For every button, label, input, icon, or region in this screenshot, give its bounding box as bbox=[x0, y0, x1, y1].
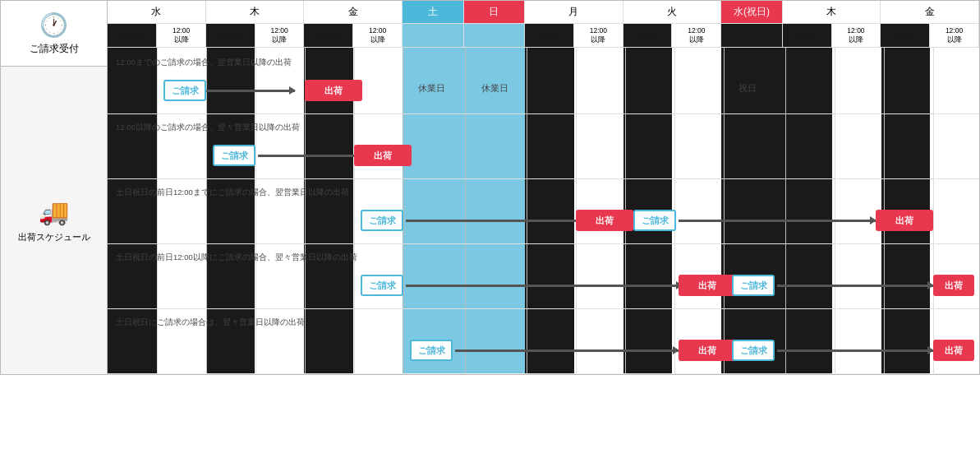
day-mon: 月 bbox=[525, 1, 623, 24]
time-mon-pm: 12:00以降 bbox=[573, 24, 623, 48]
truck-icon: 🚚 bbox=[39, 197, 69, 226]
day-tue: 火 bbox=[623, 1, 720, 24]
clock-icon: 🕐 bbox=[39, 12, 68, 39]
scenario-4-arrow2 bbox=[777, 285, 933, 287]
scenario-2-text: 12:00以降のご請求の場合、翌々営業日以降の出荷 bbox=[108, 123, 979, 137]
time-fri2-am: 午前中 bbox=[881, 24, 930, 48]
scenario-4-request1: ご請求 bbox=[361, 275, 403, 296]
scenario-3-request1: ご請求 bbox=[361, 210, 403, 231]
time-fri2-pm: 12:00以降 bbox=[930, 24, 979, 48]
right-panel: 水 木 金 土 日 月 火 水(祝日) 木 bbox=[108, 1, 979, 374]
scenario-5: 土日祝日にご請求の場合は、翌々営業日以降の出荷 ご請求 出荷 ご請求 bbox=[108, 309, 979, 374]
scenario-3-arrow1 bbox=[406, 220, 585, 222]
scenario-1-text: 12:00までのご請求の場合、翌営業日以降の出荷 bbox=[108, 58, 979, 72]
scenario-3-visual: ご請求 出荷 ご請求 出荷 bbox=[108, 207, 979, 237]
day-wed1: 水 bbox=[108, 1, 205, 24]
scenario-5-arrow1 bbox=[455, 349, 679, 352]
scenario-3-request2: ご請求 bbox=[633, 210, 676, 231]
time-wed1-am: 午前中 bbox=[108, 24, 157, 48]
time-mon-am: 午前中 bbox=[525, 24, 574, 48]
scenario-2-ship: 出荷 bbox=[354, 145, 412, 166]
scenario-5-visual: ご請求 出荷 ご請求 出荷 bbox=[108, 337, 979, 367]
day-fri2: 金 bbox=[881, 1, 979, 24]
shipping-label: 出荷スケジュール bbox=[18, 231, 90, 243]
scenario-4-arrow1 bbox=[406, 285, 682, 287]
scenario-3-arrow2 bbox=[679, 220, 876, 222]
scenario-4-request2: ご請求 bbox=[732, 275, 775, 296]
scenario-4-ship1: 出荷 bbox=[679, 275, 736, 296]
scenario-5-ship2: 出荷 bbox=[933, 340, 974, 361]
closed-sun-label: 休業日 bbox=[481, 82, 508, 95]
day-thu1: 木 bbox=[205, 1, 303, 24]
scenario-2: 12:00以降のご請求の場合、翌々営業日以降の出荷 ご請求 出荷 bbox=[108, 114, 979, 179]
scenario-5-arrow2 bbox=[777, 349, 933, 352]
time-thu2-am: 午前中 bbox=[782, 24, 831, 48]
scenario-5-request1: ご請求 bbox=[410, 340, 453, 361]
left-panel: 🕐 ご請求受付 🚚 出荷スケジュール bbox=[1, 1, 108, 374]
scenario-4-ship2: 出荷 bbox=[933, 275, 974, 296]
reception-label: ご請求受付 bbox=[30, 42, 79, 56]
time-thu2-pm: 12:00以降 bbox=[831, 24, 881, 48]
shipping-header: 🚚 出荷スケジュール bbox=[1, 67, 107, 374]
scenario-3-ship1: 出荷 bbox=[576, 210, 633, 231]
main-container: 🕐 ご請求受付 🚚 出荷スケジュール 水 木 金 土 bbox=[0, 0, 980, 375]
time-tue-am: 午前中 bbox=[623, 24, 672, 48]
time-sun bbox=[463, 24, 525, 48]
scenario-5-ship1: 出荷 bbox=[679, 340, 736, 361]
scenario-4: 土日祝日の前日12:00以降にご請求の場合、翌々営業日以降の出荷 ご請求 出荷 bbox=[108, 244, 979, 309]
header-table: 水 木 金 土 日 月 火 水(祝日) 木 bbox=[108, 1, 979, 48]
scenario-2-visual: ご請求 出荷 bbox=[108, 142, 979, 172]
scenario-5-request2: ご請求 bbox=[732, 340, 775, 361]
scenario-3: 土日祝日の前日12:00までにご請求の場合、翌営業日以降の出荷 ご請求 出荷 bbox=[108, 179, 979, 244]
closed-sat-label: 休業日 bbox=[418, 82, 445, 95]
time-thu1-am: 午前中 bbox=[205, 24, 255, 48]
holiday-label: 祝日 bbox=[738, 82, 757, 95]
scenario-5-text: 土日祝日にご請求の場合は、翌々営業日以降の出荷 bbox=[108, 317, 979, 332]
scenario-1-visual: ご請求 出荷 休業日 休業日 bbox=[108, 77, 979, 107]
scenario-1: 12:00までのご請求の場合、翌営業日以降の出荷 ご請求 出荷 休業日 bbox=[108, 48, 979, 114]
time-fri1-am: 午前中 bbox=[304, 24, 353, 48]
scenario-1-request: ご請求 bbox=[163, 80, 206, 101]
day-sun: 日 bbox=[463, 1, 525, 24]
day-fri1: 金 bbox=[304, 1, 402, 24]
day-name-row: 水 木 金 土 日 月 火 水(祝日) 木 bbox=[108, 1, 979, 24]
scenario-1-ship: 出荷 bbox=[305, 80, 362, 101]
schedule-area: 12:00までのご請求の場合、翌営業日以降の出荷 ご請求 出荷 休業日 bbox=[108, 48, 979, 374]
day-thu2: 木 bbox=[782, 1, 880, 24]
scenario-3-text: 土日祝日の前日12:00までにご請求の場合、翌営業日以降の出荷 bbox=[108, 187, 979, 202]
scenario-1-arrow bbox=[206, 90, 295, 92]
time-fri1-pm: 12:00以降 bbox=[353, 24, 403, 48]
scenario-4-visual: ご請求 出荷 ご請求 出荷 bbox=[108, 272, 979, 302]
time-row: 午前中 12:00以降 午前中 12:00以降 午前中 12:00以降 午前中 … bbox=[108, 24, 979, 48]
scenario-4-text: 土日祝日の前日12:00以降にご請求の場合、翌々営業日以降の出荷 bbox=[108, 252, 979, 267]
time-wed-hol bbox=[721, 24, 783, 48]
scenario-3-ship2: 出荷 bbox=[876, 210, 933, 231]
day-sat: 土 bbox=[402, 1, 463, 24]
time-sat bbox=[402, 24, 463, 48]
scenario-2-request: ご請求 bbox=[213, 145, 255, 166]
time-tue-pm: 12:00以降 bbox=[672, 24, 721, 48]
reception-header: 🕐 ご請求受付 bbox=[1, 1, 107, 67]
time-thu1-pm: 12:00以降 bbox=[255, 24, 304, 48]
day-wed-holiday: 水(祝日) bbox=[721, 1, 783, 24]
time-wed1-pm: 12:00以降 bbox=[157, 24, 206, 48]
